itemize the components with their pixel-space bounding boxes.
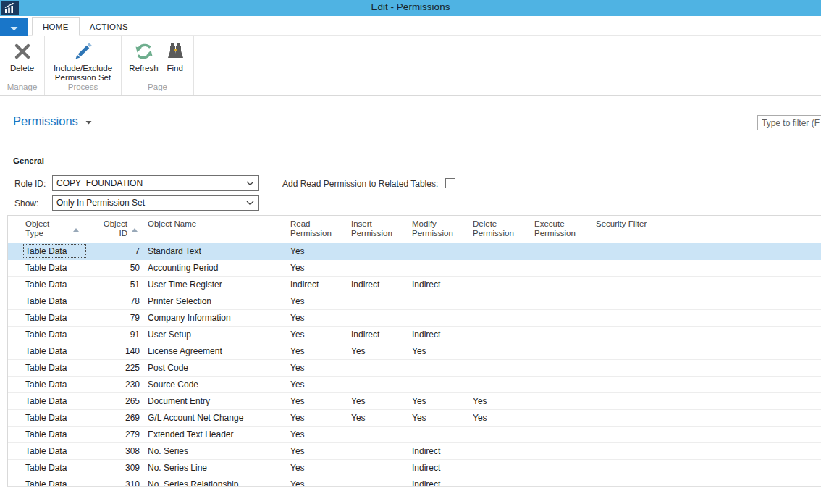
cell-id[interactable]: 79 <box>88 313 142 323</box>
cell-read[interactable]: Yes <box>285 313 345 323</box>
cell-type[interactable]: Table Data <box>8 396 88 406</box>
cell-name[interactable]: No. Series <box>142 446 285 456</box>
cell-modify[interactable]: Indirect <box>406 463 467 473</box>
cell-name[interactable]: Document Entry <box>142 396 285 406</box>
column-header-delete-permission[interactable]: Delete Permission <box>467 216 529 243</box>
cell-type[interactable]: Table Data <box>8 329 88 340</box>
cell-read[interactable]: Yes <box>285 246 345 256</box>
cell-type[interactable]: Table Data <box>8 379 88 390</box>
cell-delete[interactable]: Yes <box>467 413 529 423</box>
table-row[interactable]: Table Data51User Time RegisterIndirectIn… <box>8 277 821 293</box>
column-header-modify-permission[interactable]: Modify Permission <box>406 216 467 243</box>
column-header-security-filter[interactable]: Security Filter <box>590 216 821 243</box>
cell-name[interactable]: User Time Register <box>142 280 285 290</box>
cell-type[interactable]: Table Data <box>8 296 88 306</box>
cell-id[interactable]: 308 <box>88 446 142 456</box>
role-id-select[interactable]: COPY_FOUNDATION <box>52 175 259 191</box>
cell-read[interactable]: Yes <box>285 429 345 440</box>
cell-id[interactable]: 7 <box>88 246 142 256</box>
cell-id[interactable]: 309 <box>88 463 142 473</box>
cell-delete[interactable]: Yes <box>467 396 529 406</box>
cell-insert[interactable]: Yes <box>345 346 406 356</box>
tab-home[interactable]: HOME <box>32 17 80 36</box>
cell-insert[interactable]: Yes <box>345 413 406 423</box>
table-row[interactable]: Table Data265Document EntryYesYesYesYes <box>8 393 821 410</box>
cell-id[interactable]: 140 <box>88 346 142 356</box>
cell-name[interactable]: License Agreement <box>142 346 285 356</box>
cell-type[interactable]: Table Data <box>8 446 88 456</box>
table-row[interactable]: Table Data230Source CodeYes <box>8 377 821 393</box>
table-row[interactable]: Table Data79Company InformationYes <box>8 310 821 327</box>
cell-read[interactable]: Yes <box>285 463 345 473</box>
cell-id[interactable]: 51 <box>88 280 142 290</box>
column-header-insert-permission[interactable]: Insert Permission <box>345 216 406 243</box>
column-header-execute-permission[interactable]: Execute Permission <box>529 216 590 243</box>
include-exclude-permission-set-button[interactable]: Include/Exclude Permission Set <box>46 39 121 83</box>
cell-insert[interactable]: Indirect <box>345 329 406 340</box>
cell-read[interactable]: Yes <box>285 446 345 456</box>
table-row[interactable]: Table Data279Extended Text HeaderYes <box>8 427 821 443</box>
cell-type[interactable]: Table Data <box>8 479 88 487</box>
cell-type[interactable]: Table Data <box>8 429 88 440</box>
table-row[interactable]: Table Data91User SetupYesIndirectIndirec… <box>8 327 821 343</box>
application-menu-button[interactable] <box>0 18 28 36</box>
table-row[interactable]: Table Data309No. Series LineYesIndirect <box>8 460 821 476</box>
table-row[interactable]: Table Data140License AgreementYesYesYes <box>8 343 821 360</box>
cell-name[interactable]: G/L Account Net Change <box>142 413 285 423</box>
cell-name[interactable]: Extended Text Header <box>142 429 285 440</box>
cell-modify[interactable]: Indirect <box>406 280 467 290</box>
cell-modify[interactable]: Yes <box>406 346 467 356</box>
cell-read[interactable]: Yes <box>285 379 345 390</box>
cell-read[interactable]: Yes <box>285 346 345 356</box>
cell-id[interactable]: 269 <box>88 413 142 423</box>
cell-type[interactable]: Table Data <box>8 313 88 323</box>
cell-read[interactable]: Yes <box>285 413 345 423</box>
cell-type[interactable]: Table Data <box>8 413 88 423</box>
column-header-read-permission[interactable]: Read Permission <box>285 216 345 243</box>
add-read-permission-checkbox[interactable] <box>445 178 455 188</box>
table-row[interactable]: Table Data7Standard TextYes <box>8 243 821 260</box>
cell-name[interactable]: Source Code <box>142 379 285 390</box>
cell-id[interactable]: 310 <box>88 479 142 487</box>
cell-id[interactable]: 230 <box>88 379 142 390</box>
cell-name[interactable]: Standard Text <box>142 246 285 256</box>
show-select[interactable]: Only In Permission Set <box>52 195 259 211</box>
cell-type[interactable]: Table Data <box>8 463 88 473</box>
cell-modify[interactable]: Indirect <box>406 479 467 487</box>
table-row[interactable]: Table Data308No. SeriesYesIndirect <box>8 443 821 460</box>
cell-name[interactable]: Printer Selection <box>142 296 285 306</box>
table-row[interactable]: Table Data269G/L Account Net ChangeYesYe… <box>8 410 821 427</box>
cell-id[interactable]: 265 <box>88 396 142 406</box>
cell-type[interactable]: Table Data <box>8 363 88 373</box>
cell-type[interactable]: Table Data <box>8 346 88 356</box>
delete-button[interactable]: Delete <box>9 39 35 73</box>
cell-read[interactable]: Yes <box>285 296 345 306</box>
cell-name[interactable]: User Setup <box>142 329 285 340</box>
table-row[interactable]: Table Data310No. Series RelationshipYesI… <box>8 476 821 487</box>
cell-insert[interactable]: Indirect <box>345 280 406 290</box>
cell-read[interactable]: Yes <box>285 479 345 487</box>
cell-id[interactable]: 50 <box>88 263 142 273</box>
cell-name[interactable]: Company Information <box>142 313 285 323</box>
refresh-button[interactable]: Refresh <box>127 39 159 73</box>
cell-insert[interactable]: Yes <box>345 396 406 406</box>
table-row[interactable]: Table Data225Post CodeYes <box>8 360 821 377</box>
cell-read[interactable]: Indirect <box>285 280 345 290</box>
cell-read[interactable]: Yes <box>285 363 345 373</box>
cell-name[interactable]: No. Series Line <box>142 463 285 473</box>
cell-read[interactable]: Yes <box>285 396 345 406</box>
cell-modify[interactable]: Yes <box>406 396 467 406</box>
cell-id[interactable]: 225 <box>88 363 142 373</box>
cell-read[interactable]: Yes <box>285 263 345 273</box>
column-header-object-id[interactable]: Object ID <box>88 216 142 243</box>
cell-name[interactable]: Accounting Period <box>142 263 285 273</box>
tab-actions[interactable]: ACTIONS <box>80 17 138 36</box>
find-button[interactable]: Find <box>163 39 188 73</box>
cell-type[interactable]: Table Data <box>8 263 88 273</box>
cell-name[interactable]: Post Code <box>142 363 285 373</box>
cell-modify[interactable]: Yes <box>406 413 467 423</box>
cell-modify[interactable]: Indirect <box>406 446 467 456</box>
cell-id[interactable]: 279 <box>88 429 142 440</box>
cell-type[interactable]: Table Data <box>8 280 88 290</box>
table-row[interactable]: Table Data50Accounting PeriodYes <box>8 260 821 277</box>
